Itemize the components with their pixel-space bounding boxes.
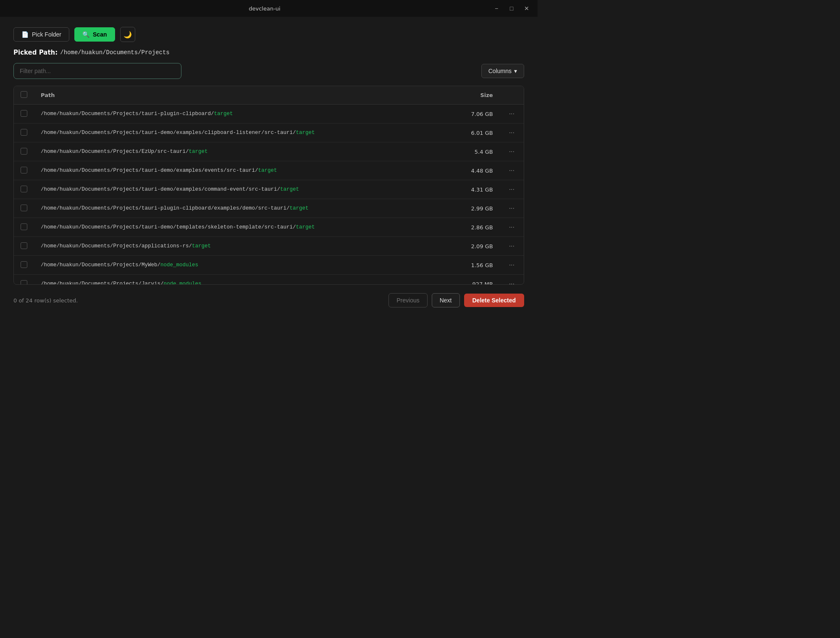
row-checkbox[interactable] xyxy=(21,110,27,117)
row-checkbox-cell xyxy=(14,180,34,199)
row-checkbox[interactable] xyxy=(21,167,27,173)
path-highlight: target xyxy=(290,205,309,211)
row-size: 6.01 GB xyxy=(449,123,500,142)
minimize-button[interactable]: − xyxy=(491,3,502,14)
toolbar: 📄 Pick Folder 🔍 Scan 🌙 xyxy=(13,27,524,42)
row-checkbox[interactable] xyxy=(21,242,27,249)
row-checkbox[interactable] xyxy=(21,223,27,230)
row-size: 4.48 GB xyxy=(449,161,500,180)
next-button[interactable]: Next xyxy=(432,293,460,307)
pick-folder-button[interactable]: 📄 Pick Folder xyxy=(13,27,69,42)
row-actions-button[interactable]: ··· xyxy=(507,147,517,156)
footer: 0 of 24 row(s) selected. Previous Next D… xyxy=(13,291,524,309)
picked-path-value: /home/huakun/Documents/Projects xyxy=(60,49,169,56)
path-highlight: node_modules xyxy=(160,262,198,268)
row-actions-button[interactable]: ··· xyxy=(507,185,517,194)
row-actions: ··· xyxy=(500,256,524,275)
columns-label: Columns xyxy=(488,68,512,74)
row-size: 7.06 GB xyxy=(449,105,500,123)
row-path: /home/huakun/Documents/Projects/EzUp/src… xyxy=(34,142,449,161)
folder-icon: 📄 xyxy=(21,31,29,38)
size-column-header: Size xyxy=(449,86,500,105)
row-checkbox-cell xyxy=(14,199,34,218)
table-row: /home/huakun/Documents/Projects/tauri-de… xyxy=(14,180,524,199)
path-base: /home/huakun/Documents/Projects/Jarvis/ xyxy=(41,281,164,285)
maximize-button[interactable]: □ xyxy=(506,3,517,14)
chevron-down-icon: ▾ xyxy=(514,68,517,74)
filter-input[interactable] xyxy=(13,63,181,79)
row-checkbox[interactable] xyxy=(21,186,27,192)
path-highlight: target xyxy=(214,111,233,117)
row-actions-button[interactable]: ··· xyxy=(507,109,517,118)
scan-label: Scan xyxy=(93,31,107,38)
close-button[interactable]: ✕ xyxy=(521,3,533,14)
table-row: /home/huakun/Documents/Projects/applicat… xyxy=(14,237,524,256)
path-base: /home/huakun/Documents/Projects/tauri-de… xyxy=(41,224,296,230)
row-path: /home/huakun/Documents/Projects/tauri-de… xyxy=(34,161,449,180)
row-checkbox-cell xyxy=(14,161,34,180)
row-checkbox[interactable] xyxy=(21,280,27,285)
row-actions-button[interactable]: ··· xyxy=(507,242,517,251)
scan-button[interactable]: 🔍 Scan xyxy=(74,27,115,42)
row-checkbox[interactable] xyxy=(21,129,27,136)
path-base: /home/huakun/Documents/Projects/applicat… xyxy=(41,243,192,249)
row-actions-button[interactable]: ··· xyxy=(507,204,517,213)
row-actions-button[interactable]: ··· xyxy=(507,223,517,232)
row-path: /home/huakun/Documents/Projects/tauri-pl… xyxy=(34,199,449,218)
table-row: /home/huakun/Documents/Projects/tauri-de… xyxy=(14,123,524,142)
row-size: 5.4 GB xyxy=(449,142,500,161)
path-highlight: target xyxy=(296,224,315,230)
row-actions: ··· xyxy=(500,199,524,218)
table-row: /home/huakun/Documents/Projects/tauri-pl… xyxy=(14,105,524,123)
path-base: /home/huakun/Documents/Projects/tauri-pl… xyxy=(41,205,290,211)
row-size: 927 MB xyxy=(449,275,500,285)
row-checkbox-cell xyxy=(14,123,34,142)
picked-path-label: Picked Path: xyxy=(13,49,58,56)
row-size: 2.99 GB xyxy=(449,199,500,218)
path-base: /home/huakun/Documents/Projects/tauri-de… xyxy=(41,130,296,136)
row-path: /home/huakun/Documents/Projects/applicat… xyxy=(34,237,449,256)
row-actions-button[interactable]: ··· xyxy=(507,128,517,137)
table-row: /home/huakun/Documents/Projects/MyWeb/no… xyxy=(14,256,524,275)
path-base: /home/huakun/Documents/Projects/tauri-pl… xyxy=(41,111,214,117)
row-actions: ··· xyxy=(500,180,524,199)
path-base: /home/huakun/Documents/Projects/EzUp/src… xyxy=(41,149,189,155)
window-title: devclean-ui xyxy=(39,5,491,12)
row-checkbox[interactable] xyxy=(21,261,27,268)
actions-column-header xyxy=(500,86,524,105)
previous-button[interactable]: Previous xyxy=(388,293,427,307)
row-checkbox-cell xyxy=(14,237,34,256)
table-row: /home/huakun/Documents/Projects/tauri-de… xyxy=(14,161,524,180)
row-path: /home/huakun/Documents/Projects/tauri-pl… xyxy=(34,105,449,123)
row-actions-button[interactable]: ··· xyxy=(507,279,517,285)
path-column-header: Path xyxy=(34,86,449,105)
row-size: 4.31 GB xyxy=(449,180,500,199)
delete-selected-button[interactable]: Delete Selected xyxy=(464,294,525,307)
theme-toggle-button[interactable]: 🌙 xyxy=(120,27,135,42)
row-actions: ··· xyxy=(500,142,524,161)
row-checkbox-cell xyxy=(14,275,34,285)
row-path: /home/huakun/Documents/Projects/MyWeb/no… xyxy=(34,256,449,275)
table-row: /home/huakun/Documents/Projects/EzUp/src… xyxy=(14,142,524,161)
row-path: /home/huakun/Documents/Projects/tauri-de… xyxy=(34,123,449,142)
path-highlight: node_modules xyxy=(164,281,202,285)
row-actions-button[interactable]: ··· xyxy=(507,260,517,270)
app-container: 📄 Pick Folder 🔍 Scan 🌙 Picked Path: /hom… xyxy=(0,17,538,319)
table-row: /home/huakun/Documents/Projects/tauri-pl… xyxy=(14,199,524,218)
row-path: /home/huakun/Documents/Projects/tauri-de… xyxy=(34,218,449,237)
select-all-header xyxy=(14,86,34,105)
table-row: /home/huakun/Documents/Projects/Jarvis/n… xyxy=(14,275,524,285)
table-row: /home/huakun/Documents/Projects/tauri-de… xyxy=(14,218,524,237)
row-checkbox-cell xyxy=(14,218,34,237)
row-checkbox[interactable] xyxy=(21,148,27,155)
columns-button[interactable]: Columns ▾ xyxy=(481,64,524,78)
row-actions: ··· xyxy=(500,123,524,142)
row-checkbox[interactable] xyxy=(21,205,27,211)
row-actions-button[interactable]: ··· xyxy=(507,166,517,175)
row-actions: ··· xyxy=(500,161,524,180)
select-all-checkbox[interactable] xyxy=(21,91,27,98)
row-actions: ··· xyxy=(500,218,524,237)
row-checkbox-cell xyxy=(14,105,34,123)
path-highlight: target xyxy=(192,243,211,249)
window-controls: − □ ✕ xyxy=(491,3,533,14)
